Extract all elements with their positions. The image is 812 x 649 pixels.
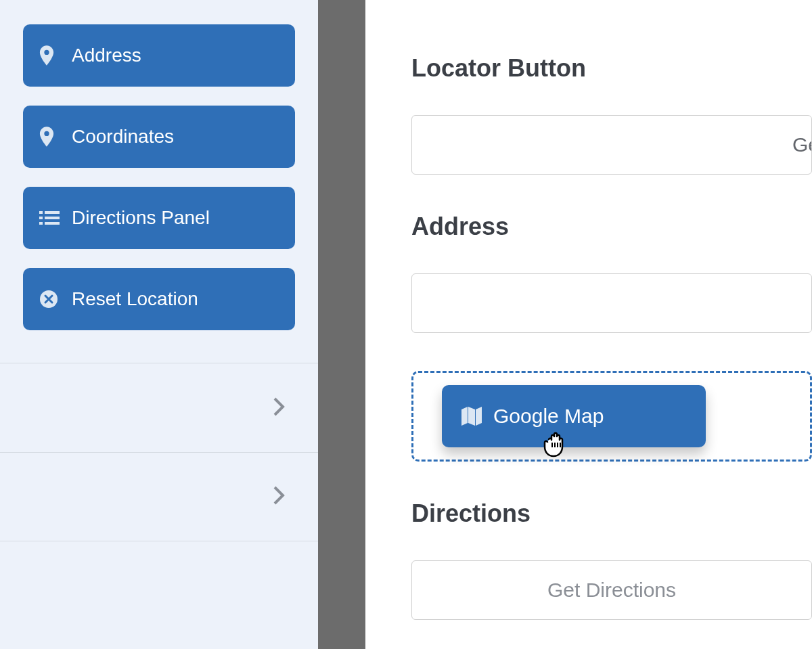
panel-divider [318,0,365,649]
directions-title: Directions [411,499,812,528]
reset-location-button-label: Reset Location [72,288,198,310]
directions-section: Directions Get Directions [411,499,812,620]
close-circle-icon [39,290,68,309]
address-button[interactable]: Address [23,24,295,87]
get-directions-label: Get Directions [547,579,676,602]
svg-rect-0 [39,211,43,214]
get-directions-button[interactable]: Get Directions [411,560,812,620]
chevron-right-icon [272,485,286,509]
google-map-chip-label: Google Map [493,405,604,428]
address-field[interactable] [411,273,812,333]
pin-icon [39,127,68,147]
locator-section: Locator Button Ge [411,54,812,175]
list-icon [39,210,68,226]
address-section: Address [411,212,812,333]
google-map-chip[interactable]: Google Map [442,385,706,447]
coordinates-button[interactable]: Coordinates [23,106,295,168]
address-button-label: Address [72,45,141,66]
locator-partial-text: Ge [792,133,812,156]
svg-rect-3 [45,217,60,219]
chevron-right-icon [272,396,286,420]
locator-button-field[interactable]: Ge [411,115,812,175]
map-drop-zone[interactable]: Google Map [411,371,812,462]
pin-icon [39,45,68,66]
sidebar: Address Coordinates Directions Panel Res… [0,0,318,649]
svg-rect-1 [45,211,60,214]
coordinates-button-label: Coordinates [72,126,174,148]
directions-panel-button[interactable]: Directions Panel [23,187,295,249]
svg-rect-5 [45,222,60,225]
locator-title: Locator Button [411,54,812,83]
reset-location-button[interactable]: Reset Location [23,268,295,330]
map-icon [461,406,493,426]
main-panel: Locator Button Ge Address Google Map Dir… [365,0,812,649]
expandable-row-2[interactable] [0,452,318,541]
svg-rect-2 [39,217,43,219]
address-title: Address [411,212,812,241]
svg-rect-4 [39,222,43,225]
expandable-row-1[interactable] [0,363,318,452]
directions-panel-button-label: Directions Panel [72,207,210,229]
